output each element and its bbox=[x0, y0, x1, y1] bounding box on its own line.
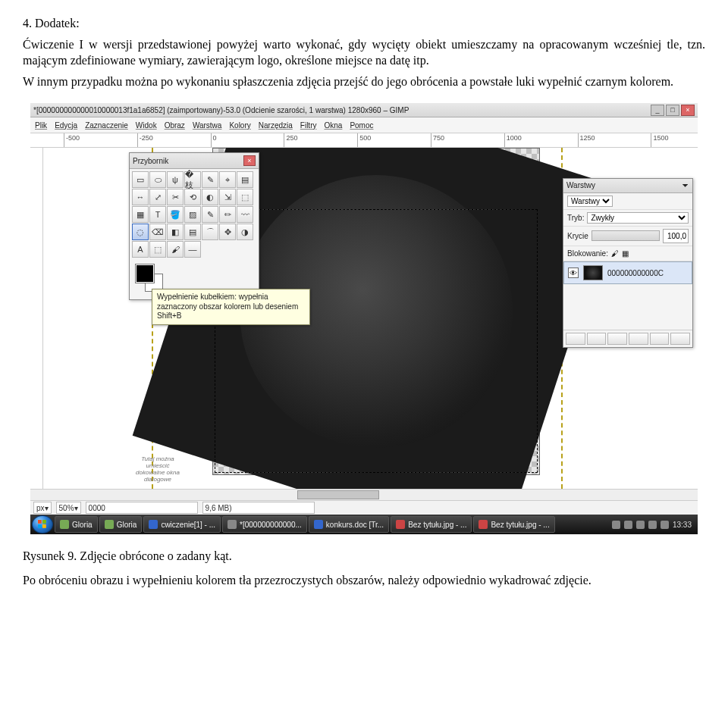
toolbox-panel[interactable]: Przybornik × ▭ ⬭ ψ �枝 ✎ ⌖ ▤ ↔ ⤢ ✂ ⟲ ◐ ⇲ … bbox=[129, 152, 259, 300]
tool-scale-icon[interactable]: T bbox=[149, 206, 166, 223]
tool-pencil-icon[interactable]: ◧ bbox=[167, 224, 184, 240]
layers-menu-icon[interactable]: ⏷ bbox=[682, 180, 689, 191]
minimize-button[interactable]: _ bbox=[651, 105, 664, 116]
menu-filters[interactable]: Filtry bbox=[300, 120, 317, 131]
ruler-tick: -250 bbox=[137, 133, 153, 147]
zoom-selector[interactable]: 50% ▾ bbox=[56, 502, 81, 514]
tool-zoom-icon[interactable]: ✂ bbox=[167, 189, 184, 205]
layer-name[interactable]: 000000000000C bbox=[607, 268, 664, 279]
ruler-tick: 500 bbox=[357, 133, 371, 147]
toolbox-close-icon[interactable]: × bbox=[243, 155, 256, 166]
tool-blend-icon[interactable]: ⌫ bbox=[149, 224, 166, 240]
tool-color-picker-icon[interactable]: ⤢ bbox=[149, 189, 166, 205]
foreground-swatch[interactable] bbox=[136, 264, 154, 283]
menu-layer[interactable]: Warstwa bbox=[193, 120, 222, 131]
tool-cage-icon[interactable]: ✏ bbox=[219, 206, 236, 223]
tool-heal-icon[interactable]: ⬚ bbox=[149, 241, 166, 258]
tool-move-icon[interactable]: ◐ bbox=[202, 189, 218, 205]
menu-edit[interactable]: Edycja bbox=[55, 120, 77, 131]
taskbar-item[interactable]: konkurs.doc [Tr... bbox=[309, 516, 389, 533]
tool-perspective-clone-icon[interactable]: 🖌 bbox=[167, 241, 184, 258]
tool-by-color-icon[interactable]: ✎ bbox=[202, 171, 218, 188]
horizontal-scrollbar[interactable] bbox=[30, 489, 698, 500]
opacity-slider[interactable] bbox=[592, 230, 660, 241]
figure-caption: Rysunek 9. Zdjęcie obrócone o zadany kąt… bbox=[23, 548, 705, 565]
layers-dropdown[interactable]: Warstwy bbox=[567, 196, 613, 207]
close-button[interactable]: × bbox=[681, 105, 695, 116]
tool-measure-icon[interactable]: ⟲ bbox=[184, 189, 201, 205]
menu-image[interactable]: Obraz bbox=[165, 120, 185, 131]
tool-perspective-icon[interactable]: ▨ bbox=[184, 206, 201, 223]
tool-clone-icon[interactable]: A bbox=[132, 241, 149, 258]
taskbar-item[interactable]: cwiczenie[1] - ... bbox=[143, 516, 221, 533]
taskbar-item[interactable]: *[000000000000... bbox=[222, 516, 307, 533]
menu-select[interactable]: Zaznaczenie bbox=[85, 120, 128, 131]
taskbar-item[interactable]: Bez tytułu.jpg - ... bbox=[391, 516, 472, 533]
tool-flip-icon[interactable]: ✎ bbox=[202, 206, 218, 223]
selection-marquee bbox=[215, 209, 538, 473]
layer-up-icon[interactable] bbox=[587, 333, 607, 345]
layer-duplicate-icon[interactable] bbox=[629, 333, 648, 345]
tool-eraser-icon[interactable]: ⌒ bbox=[202, 224, 218, 240]
tray-network-icon[interactable] bbox=[648, 521, 657, 529]
tool-ellipse-select-icon[interactable]: ⬭ bbox=[149, 171, 166, 188]
start-button[interactable] bbox=[32, 515, 53, 533]
tool-crop-icon[interactable]: ⬚ bbox=[237, 189, 253, 205]
paragraph-2b: a powstałe luki wypełnić czarnym kolorem… bbox=[461, 75, 673, 88]
tool-shear-icon[interactable]: 🪣 bbox=[167, 206, 184, 223]
dock-hint-text: Tutaj można umieścić dokowalne okna dial… bbox=[135, 456, 180, 483]
menu-view[interactable]: Widok bbox=[136, 120, 157, 131]
layers-panel[interactable]: Warstwy ⏷ Warstwy Tryb: Zwykły Krycie Bl… bbox=[563, 178, 693, 348]
tool-text-icon[interactable]: 〰 bbox=[237, 206, 253, 223]
tool-blur-icon[interactable]: — bbox=[184, 241, 201, 258]
tray-volume-icon[interactable] bbox=[661, 521, 669, 529]
tray-icon[interactable] bbox=[636, 521, 645, 529]
layer-new-icon[interactable] bbox=[566, 333, 585, 345]
ruler-tick: -500 bbox=[64, 133, 80, 147]
tool-rotate-icon[interactable]: ▦ bbox=[132, 206, 149, 223]
layer-anchor-icon[interactable] bbox=[650, 333, 670, 345]
system-tray[interactable]: 13:33 bbox=[607, 520, 696, 530]
tool-paintbrush-icon[interactable]: ▤ bbox=[184, 224, 201, 240]
taskbar-item[interactable]: Bez tytułu.jpg - ... bbox=[473, 516, 554, 533]
tool-align-icon[interactable]: ⇲ bbox=[219, 189, 236, 205]
tool-ink-icon[interactable]: ◑ bbox=[237, 224, 253, 240]
lock-pixels-icon[interactable]: 🖌 bbox=[611, 249, 619, 259]
tool-free-select-icon[interactable]: ψ bbox=[167, 171, 184, 188]
tray-icon[interactable] bbox=[624, 521, 632, 529]
tool-fuzzy-select-icon[interactable]: �枝 bbox=[184, 171, 201, 188]
windows-logo-icon bbox=[38, 520, 47, 529]
paragraph-1: Ćwiczenie I w wersji przedstawionej powy… bbox=[23, 36, 705, 69]
tray-icon[interactable] bbox=[612, 521, 620, 529]
tool-paths-icon[interactable]: ↔ bbox=[132, 189, 149, 205]
section-heading: 4. Dodatek: bbox=[23, 15, 705, 32]
lock-alpha-icon[interactable]: ▦ bbox=[622, 249, 629, 259]
tool-foreground-icon[interactable]: ▤ bbox=[237, 171, 253, 188]
windows-taskbar: Gloria Gloria cwiczenie[1] - ... *[00000… bbox=[30, 515, 698, 534]
menu-file[interactable]: Plik bbox=[35, 120, 47, 131]
opacity-label: Krycie bbox=[567, 231, 588, 242]
tool-bucket-fill-icon[interactable]: ◌ bbox=[132, 224, 149, 240]
maximize-button[interactable]: □ bbox=[666, 105, 679, 116]
menu-help[interactable]: Pomoc bbox=[350, 120, 373, 131]
layer-down-icon[interactable] bbox=[607, 333, 627, 345]
unit-selector[interactable]: px ▾ bbox=[33, 502, 52, 514]
menu-colors[interactable]: Kolory bbox=[229, 120, 250, 131]
tool-scissors-icon[interactable]: ⌖ bbox=[219, 171, 236, 188]
visibility-eye-icon[interactable]: 👁 bbox=[568, 268, 579, 278]
menu-windows[interactable]: Okna bbox=[324, 120, 342, 131]
svg-rect-1 bbox=[42, 520, 46, 524]
svg-rect-2 bbox=[38, 524, 42, 528]
tool-airbrush-icon[interactable]: ✥ bbox=[219, 224, 236, 240]
opacity-value[interactable] bbox=[663, 229, 689, 243]
taskbar-item[interactable]: Gloria bbox=[99, 516, 143, 533]
ruler-tick: 1000 bbox=[504, 133, 522, 147]
layer-row[interactable]: 👁 000000000000C bbox=[563, 261, 692, 284]
menu-tools[interactable]: Narzędzia bbox=[259, 120, 293, 131]
clock[interactable]: 13:33 bbox=[673, 520, 692, 530]
layer-thumbnail bbox=[583, 265, 603, 280]
taskbar-item[interactable]: Gloria bbox=[55, 516, 98, 533]
mode-select[interactable]: Zwykły bbox=[587, 212, 689, 224]
tool-rect-select-icon[interactable]: ▭ bbox=[132, 171, 149, 188]
layer-delete-icon[interactable] bbox=[670, 333, 690, 345]
